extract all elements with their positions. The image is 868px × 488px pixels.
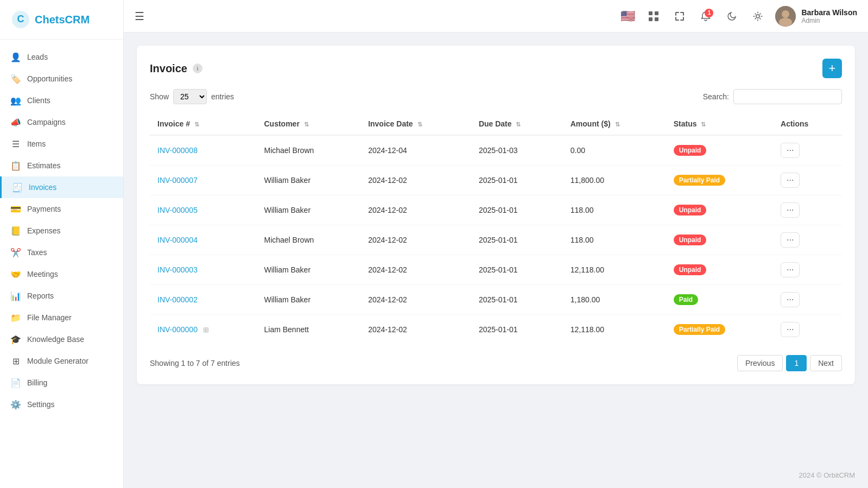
meetings-icon: 🤝	[11, 269, 21, 279]
previous-button[interactable]: Previous	[737, 355, 783, 371]
sidebar-item-billing[interactable]: 📄 Billing	[0, 372, 123, 394]
svg-point-9	[779, 18, 792, 27]
sidebar-item-leads[interactable]: 👤 Leads	[0, 46, 123, 68]
col-customer[interactable]: Customer ⇅	[256, 113, 360, 135]
sidebar-item-reports[interactable]: 📊 Reports	[0, 285, 123, 307]
user-info: Barbara Wilson Admin	[801, 8, 857, 24]
status-badge-3: Unpaid	[674, 235, 707, 245]
hamburger-icon[interactable]: ☰	[135, 10, 144, 23]
header-right: 🇺🇸 1 Barbara	[619, 6, 857, 27]
status-badge-6: Partially Paid	[674, 324, 725, 335]
invoice-link-3[interactable]: INV-000004	[157, 236, 198, 244]
svg-text:C: C	[17, 14, 24, 24]
invoice-link-1[interactable]: INV-000007	[157, 176, 198, 185]
table-row: INV-000000 ⊞ Liam Bennett 2024-12-02 202…	[150, 315, 842, 345]
invoice-link-0[interactable]: INV-000008	[157, 146, 198, 155]
main-area: ☰ 🇺🇸 1	[124, 0, 868, 488]
user-profile[interactable]: Barbara Wilson Admin	[775, 6, 857, 27]
entries-select[interactable]: 25 10 50 100	[173, 89, 207, 104]
cell-status-3: Unpaid	[666, 225, 773, 255]
table-row: INV-000007 William Baker 2024-12-02 2025…	[150, 166, 842, 195]
sidebar-item-meetings[interactable]: 🤝 Meetings	[0, 263, 123, 285]
action-button-4[interactable]: ···	[781, 262, 800, 277]
cell-due-date-5: 2025-01-01	[471, 285, 563, 315]
status-badge-4: Unpaid	[674, 264, 707, 275]
svg-rect-2	[649, 11, 652, 15]
cell-invoice-num-4: INV-000003	[150, 255, 256, 285]
search-input[interactable]	[733, 89, 842, 104]
action-button-2[interactable]: ···	[781, 202, 800, 218]
show-entries: Show 25 10 50 100 entries	[150, 89, 234, 104]
info-icon[interactable]: i	[193, 64, 202, 73]
cell-customer-2: William Baker	[256, 195, 360, 225]
action-button-6[interactable]: ···	[781, 322, 800, 337]
table-row: INV-000005 William Baker 2024-12-02 2025…	[150, 195, 842, 225]
cell-invoice-date-3: 2024-12-02	[360, 225, 471, 255]
cell-actions-6: ···	[773, 315, 842, 345]
grid-icon[interactable]	[645, 8, 662, 25]
cell-status-0: Unpaid	[666, 135, 773, 166]
logo-container: C ChetsCRM	[0, 0, 123, 40]
cell-status-2: Unpaid	[666, 195, 773, 225]
fullscreen-icon[interactable]	[671, 8, 688, 25]
sidebar-label-payments: Payments	[27, 205, 61, 213]
estimates-icon: 📋	[11, 161, 21, 170]
sidebar-item-expenses[interactable]: 📒 Expenses	[0, 220, 123, 242]
sidebar-label-billing: Billing	[27, 378, 47, 387]
sidebar-item-invoices[interactable]: 🧾 Invoices	[0, 176, 123, 198]
sidebar-item-knowledge-base[interactable]: 🎓 Knowledge Base	[0, 328, 123, 350]
sidebar-item-settings[interactable]: ⚙️ Settings	[0, 394, 123, 415]
sidebar-label-expenses: Expenses	[27, 226, 60, 235]
invoice-link-4[interactable]: INV-000003	[157, 265, 198, 274]
sidebar-item-clients[interactable]: 👥 Clients	[0, 90, 123, 111]
notification-icon[interactable]: 1	[697, 8, 714, 25]
cell-customer-5: William Baker	[256, 285, 360, 315]
logo-text: ChetsCRM	[35, 14, 90, 26]
col-status[interactable]: Status ⇅	[666, 113, 773, 135]
sidebar-item-taxes[interactable]: ✂️ Taxes	[0, 242, 123, 263]
invoice-link-5[interactable]: INV-000002	[157, 295, 198, 304]
action-button-1[interactable]: ···	[781, 173, 800, 188]
sidebar-item-campaigns[interactable]: 📣 Campaigns	[0, 111, 123, 133]
pagination: Previous 1 Next	[737, 355, 842, 371]
sidebar-item-module-generator[interactable]: ⊞ Module Generator	[0, 350, 123, 372]
settings-icon[interactable]	[749, 8, 766, 25]
sidebar-item-opportunities[interactable]: 🏷️ Opportunities	[0, 68, 123, 90]
col-due-date[interactable]: Due Date ⇅	[471, 113, 563, 135]
invoice-link-6[interactable]: INV-000000	[157, 325, 198, 334]
cell-amount-2: 118.00	[563, 195, 666, 225]
cell-due-date-6: 2025-01-01	[471, 315, 563, 345]
sidebar-item-items[interactable]: ☰ Items	[0, 133, 123, 155]
table-row: INV-000008 Michael Brown 2024-12-04 2025…	[150, 135, 842, 166]
page-1-button[interactable]: 1	[786, 355, 807, 371]
clients-icon: 👥	[11, 96, 21, 105]
invoice-card: Invoice i + Show 25 10 50 100 entries	[137, 46, 855, 384]
cell-amount-1: 11,800.00	[563, 166, 666, 195]
add-invoice-button[interactable]: +	[822, 59, 842, 78]
sidebar-label-items: Items	[27, 140, 46, 148]
dark-mode-icon[interactable]	[723, 8, 740, 25]
copy-icon-6[interactable]: ⊞	[203, 326, 209, 334]
col-amount[interactable]: Amount ($) ⇅	[563, 113, 666, 135]
col-invoice-num[interactable]: Invoice # ⇅	[150, 113, 256, 135]
action-button-3[interactable]: ···	[781, 232, 800, 248]
billing-icon: 📄	[11, 378, 21, 388]
cell-due-date-3: 2025-01-01	[471, 225, 563, 255]
action-button-5[interactable]: ···	[781, 292, 800, 307]
invoice-link-2[interactable]: INV-000005	[157, 206, 198, 214]
cell-amount-5: 1,180.00	[563, 285, 666, 315]
svg-rect-4	[649, 17, 652, 21]
sidebar-item-payments[interactable]: 💳 Payments	[0, 198, 123, 220]
footer: 2024 © OrbitCRM	[124, 462, 868, 488]
col-invoice-date[interactable]: Invoice Date ⇅	[360, 113, 471, 135]
cell-invoice-num-3: INV-000004	[150, 225, 256, 255]
sidebar-label-taxes: Taxes	[27, 248, 47, 257]
invoice-title-row: Invoice i	[150, 62, 202, 75]
sidebar-item-estimates[interactable]: 📋 Estimates	[0, 155, 123, 176]
sidebar-item-file-manager[interactable]: 📁 File Manager	[0, 307, 123, 328]
svg-point-6	[756, 15, 759, 18]
cell-invoice-num-5: INV-000002	[150, 285, 256, 315]
next-button[interactable]: Next	[810, 355, 842, 371]
flag-icon[interactable]: 🇺🇸	[619, 8, 636, 25]
action-button-0[interactable]: ···	[781, 143, 800, 158]
